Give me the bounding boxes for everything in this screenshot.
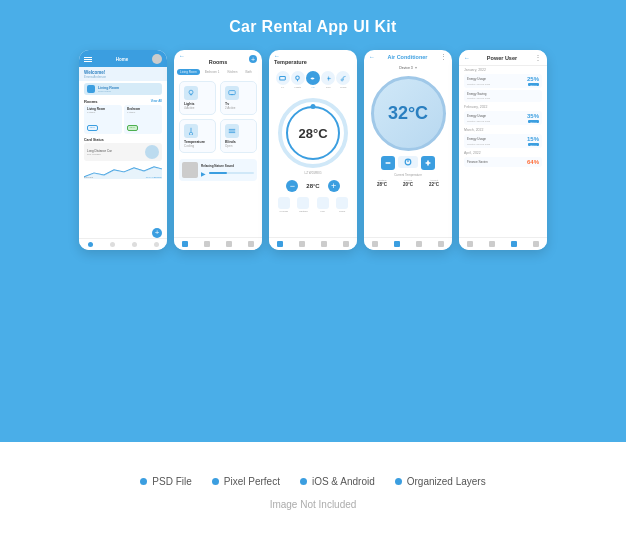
back-arrow-icon[interactable]: ← [464,55,470,61]
room-item-bedroom[interactable]: Bedroom 2 Items 25°C [124,105,162,134]
nav-2[interactable] [394,241,400,247]
energy-usage-pct: 15% [527,136,539,142]
p2-header-area: ← Rooms + [174,50,262,67]
pixel-label: Pixel Perfect [224,476,280,487]
p5-bottom-nav [459,237,547,250]
temp-plus-button[interactable]: + [328,180,340,192]
phone-home: Home Welcome! Emma Anderson Living Room … [79,50,167,250]
nav-home[interactable] [88,242,93,247]
detail-button[interactable]: DETAIL [528,120,539,123]
nav-profile[interactable] [248,241,254,247]
ac-item[interactable]: AC [306,71,320,89]
nav-4[interactable] [343,241,349,247]
tab-kitchen[interactable]: Kitchen [224,69,240,75]
device-status: 4 Active [184,106,211,110]
heating-control[interactable]: Heating [297,197,309,213]
amount-temp: Amount 22°C [429,179,439,187]
heating-temp: Heating 28°C [377,179,387,187]
music-item[interactable]: Music [336,71,350,89]
p1-welcome-block: Welcome! Emma Anderson [79,67,167,81]
ac-toggle-row [364,153,452,173]
ac-minus-button[interactable] [381,156,395,170]
fan-item[interactable]: Fan [321,71,335,89]
nav-home[interactable] [182,241,188,247]
nav-settings[interactable] [132,242,137,247]
main-container: Car Rental App UI Kit Home Welcome! Emma… [0,0,626,544]
nav-4[interactable] [533,241,539,247]
nav-2[interactable] [489,241,495,247]
cooling-icon [278,197,290,209]
living-room-card[interactable]: Living Room Fine House [84,83,162,95]
nav-3[interactable] [321,241,327,247]
device-temperature[interactable]: Temperature Cooling [179,119,216,153]
bottom-section: PSD File Pixel Perfect iOS & Android Org… [0,442,626,544]
nav-home[interactable] [277,241,283,247]
view-all[interactable]: View All [151,99,162,104]
back-arrow-icon[interactable]: ← [369,54,375,60]
timer-control[interactable]: Timer [336,197,348,213]
energy-usage-pct: 25% [527,76,539,82]
device-lights[interactable]: Lights 4 Active [179,81,216,115]
current-temp: 28°C [306,183,319,189]
nav-3[interactable] [511,241,517,247]
p4-header: ← Air Conditioner ⋮ [364,50,452,63]
p4-bottom-nav [364,237,452,250]
heating-label: Heating [299,210,308,213]
device-tv[interactable]: Tv 2 Active [220,81,257,115]
image-note: Image Not Included [270,499,357,510]
fan-control[interactable]: Fan [317,197,329,213]
cooling-label: Cooling [280,210,288,213]
ac-icon [306,71,320,85]
fan-label: Fan [321,210,325,213]
nav-1[interactable] [372,241,378,247]
nav-profile[interactable] [154,242,159,247]
device-blinds[interactable]: Blinds Open [220,119,257,153]
music-player[interactable]: Relaxing Nature Sound ▶ [179,159,257,181]
card-item[interactable]: Long Distance Car Full Loading [84,143,162,161]
lights-label: Lights [294,86,301,89]
cooling-control[interactable]: Cooling [278,197,290,213]
nav-1[interactable] [467,241,473,247]
tab-living-room[interactable]: Living Room [177,69,200,75]
play-button[interactable]: ▶ [201,170,206,177]
lights-item[interactable]: Lights [291,71,305,89]
add-button[interactable]: + [249,55,257,63]
ac-temperature-value: 32°C [388,103,428,124]
temp-minus-button[interactable]: − [286,180,298,192]
nav-rooms[interactable] [204,241,210,247]
finance-pct: 64% [527,159,539,165]
tv-item[interactable]: TV [276,71,290,89]
p3-bottom-nav [269,237,357,250]
phone-rooms: ← Rooms + Living Room Bedroom 1 Kitchen … [174,50,262,250]
energy-kwh: Monthly 210.82 KWh [467,83,490,86]
tab-bathroom[interactable]: Bath [242,69,254,75]
nav-search[interactable] [110,242,115,247]
ios-dot [300,478,307,485]
menu-icon[interactable]: ⋮ [440,53,447,61]
room-item-living[interactable]: Living Room 3 Items 18°C [84,105,122,134]
menu-icon[interactable]: ⋮ [534,53,542,62]
detail-button[interactable]: DETAIL [528,143,539,146]
ac-plus-button[interactable] [421,156,435,170]
rooms-label: Rooms [84,99,98,104]
living-room-sub: Fine House [98,90,119,93]
fab-button[interactable]: + [152,228,162,238]
device-status: Open [225,144,252,148]
tab-bedroom[interactable]: Bedroom 1 [202,69,223,75]
nav-settings[interactable] [226,241,232,247]
room-status: 2 Items [127,111,159,114]
nav-2[interactable] [299,241,305,247]
music-icon [336,71,350,85]
nav-4[interactable] [438,241,444,247]
detail-button[interactable]: DETAIL [528,83,539,86]
amount-value: 22°C [429,182,439,187]
april-label: April, 2022 [459,149,547,156]
device-selector[interactable]: Device 3 ▾ [364,63,452,72]
album-art [182,162,198,178]
nav-3[interactable] [416,241,422,247]
ac-power-btn[interactable] [398,156,418,168]
energy-saving-title: Energy Saving [467,92,487,96]
rooms-grid: Living Room 3 Items 18°C Bedroom 2 Items… [79,105,167,136]
p2-bottom-nav [174,237,262,250]
page-title: Car Rental App UI Kit [229,18,397,36]
